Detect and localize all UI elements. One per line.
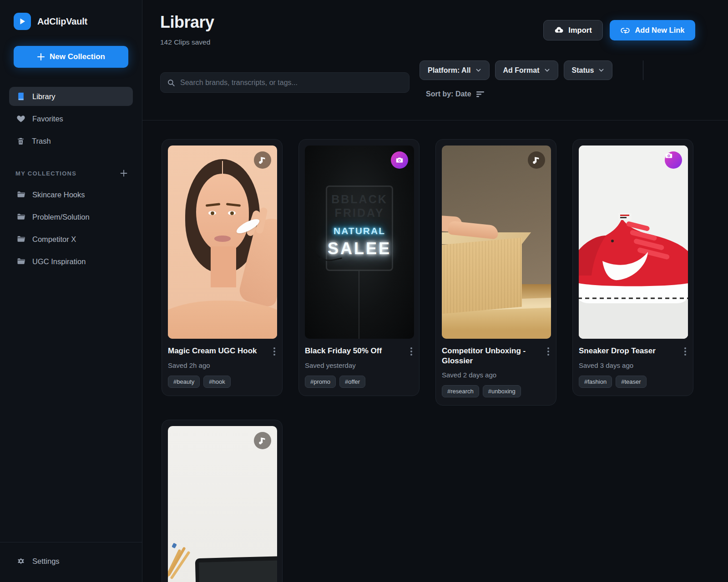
clip-card-magic-cream: Magic Cream UGC Hook Saved 2h ago #beaut…	[162, 139, 283, 396]
sidebar-item-settings[interactable]: Settings	[9, 552, 133, 571]
filter-platform-label: Platform: All	[428, 66, 471, 75]
clip-saved-time: Saved 2h ago	[168, 361, 276, 369]
clip-thumbnail[interactable]	[168, 146, 277, 339]
clip-title: Magic Cream UGC Hook	[168, 346, 257, 356]
tag-chip[interactable]: #fashion	[579, 376, 612, 388]
grid-row: Magic Cream UGC Hook Saved 2h ago #beaut…	[162, 139, 721, 406]
import-button[interactable]: Import	[543, 20, 603, 40]
clip-thumbnail[interactable]	[442, 146, 551, 339]
clip-card-sneaker-drop: Sneaker Drop Teaser Saved 3 days ago #fa…	[572, 139, 693, 396]
add-collection-button[interactable]	[119, 169, 128, 178]
search-bar	[160, 72, 410, 93]
cloud-upload-icon	[554, 25, 564, 35]
tag-row: #promo #offer	[305, 376, 413, 388]
link-plus-icon	[620, 25, 630, 35]
thumbnail-art	[579, 146, 688, 339]
tag-chip[interactable]: #research	[442, 385, 479, 397]
clips-count: 142 Clips saved	[160, 38, 210, 46]
clip-saved-time: Saved 3 days ago	[579, 361, 687, 369]
music-note-icon	[254, 432, 271, 449]
chevron-down-icon	[475, 67, 481, 73]
search-input[interactable]	[180, 79, 403, 87]
app-logo: AdClipVault	[0, 0, 142, 30]
sidebar-item-label: Favorites	[32, 115, 63, 123]
collection-item-ugc-inspiration[interactable]: UGC Inspiration	[9, 252, 133, 271]
sort-descending-icon	[476, 90, 485, 98]
collections-list: Skincare Hooks Problem/Solution Competit…	[0, 185, 142, 271]
search-icon	[167, 79, 175, 87]
music-note-icon	[254, 151, 271, 169]
heart-icon	[16, 114, 25, 123]
sidebar-item-label: Library	[32, 92, 55, 101]
clip-saved-time: Saved 2 days ago	[442, 371, 550, 379]
plus-icon	[37, 53, 45, 61]
collections-header: MY COLLECTIONS	[15, 170, 76, 177]
filter-status-label: Status	[572, 66, 594, 75]
collection-item-competitor-x[interactable]: Competitor X	[9, 230, 133, 249]
folder-icon	[16, 257, 25, 266]
clip-title: Black Friday 50% Off	[305, 346, 382, 356]
grid-row	[162, 420, 721, 582]
more-options-icon[interactable]	[273, 346, 276, 357]
collections-header-row: MY COLLECTIONS	[15, 169, 128, 178]
clip-card-black-friday: BBLACK FRIDAY NATURAL SALEE Black Friday…	[298, 139, 420, 396]
add-new-link-button[interactable]: Add New Link	[610, 20, 695, 40]
sidebar-item-library[interactable]: Library	[9, 87, 133, 106]
collection-label: Competitor X	[32, 235, 76, 244]
clip-thumbnail[interactable]: BBLACK FRIDAY NATURAL SALEE	[305, 146, 414, 339]
tag-chip[interactable]: #unboxing	[483, 385, 521, 397]
main-content: Library 142 Clips saved Import Add New L…	[142, 0, 728, 582]
filter-ad-format[interactable]: Ad Format	[495, 60, 558, 80]
filter-platform[interactable]: Platform: All	[420, 60, 490, 80]
sidebar-footer: Settings	[0, 542, 142, 582]
new-collection-label: New Collection	[50, 52, 105, 61]
camera-icon	[391, 151, 408, 169]
settings-label: Settings	[32, 557, 60, 566]
sort-control[interactable]: Sort by: Date	[426, 90, 485, 98]
clip-thumbnail[interactable]	[168, 426, 277, 582]
more-options-icon[interactable]	[546, 346, 550, 357]
filter-row: Platform: All Ad Format Status	[420, 60, 612, 80]
more-options-icon[interactable]	[410, 346, 413, 357]
clip-thumbnail[interactable]	[579, 146, 688, 339]
collection-label: UGC Inspiration	[32, 257, 86, 266]
sort-label: Sort by: Date	[426, 90, 471, 98]
tag-row: #research #unboxing	[442, 385, 550, 397]
folder-icon	[16, 235, 25, 244]
collection-item-skincare-hooks[interactable]: Skincare Hooks	[9, 185, 133, 204]
tag-chip[interactable]: #hook	[203, 376, 230, 388]
content-divider	[142, 120, 728, 120]
tag-chip[interactable]: #beauty	[168, 376, 200, 388]
clip-card-desk	[162, 420, 283, 582]
play-logo-icon	[14, 13, 31, 30]
sidebar-item-trash[interactable]: Trash	[9, 131, 133, 151]
tag-chip[interactable]: #teaser	[616, 376, 646, 388]
sidebar-nav: Library Favorites Trash	[0, 87, 142, 151]
book-icon	[16, 92, 25, 101]
clip-card-competitor-unboxing: Competitor Unboxing - Glossier Saved 2 d…	[435, 139, 556, 406]
filter-ad-format-label: Ad Format	[503, 66, 540, 75]
tag-chip[interactable]: #offer	[339, 376, 365, 388]
chevron-down-icon	[544, 67, 550, 73]
sidebar-item-favorites[interactable]: Favorites	[9, 109, 133, 128]
tag-row: #beauty #hook	[168, 376, 276, 388]
folder-icon	[16, 212, 25, 221]
sidebar-item-label: Trash	[32, 137, 51, 146]
import-label: Import	[568, 26, 592, 35]
clip-saved-time: Saved yesterday	[305, 361, 413, 369]
sidebar: AdClipVault New Collection Library Favor…	[0, 0, 142, 582]
trash-icon	[16, 137, 25, 146]
clip-title: Competitor Unboxing - Glossier	[442, 346, 543, 366]
collection-item-problem-solution[interactable]: Problem/Solution	[9, 207, 133, 226]
tag-chip[interactable]: #promo	[305, 376, 336, 388]
collection-label: Problem/Solution	[32, 213, 90, 221]
new-collection-button[interactable]: New Collection	[14, 46, 128, 68]
filter-divider	[643, 60, 643, 80]
camera-icon	[665, 151, 682, 169]
app-title: AdClipVault	[37, 16, 87, 27]
more-options-icon[interactable]	[683, 346, 687, 357]
tag-row: #fashion #teaser	[579, 376, 687, 388]
gear-icon	[16, 557, 25, 566]
filter-status[interactable]: Status	[564, 60, 613, 80]
collection-label: Skincare Hooks	[32, 191, 85, 199]
